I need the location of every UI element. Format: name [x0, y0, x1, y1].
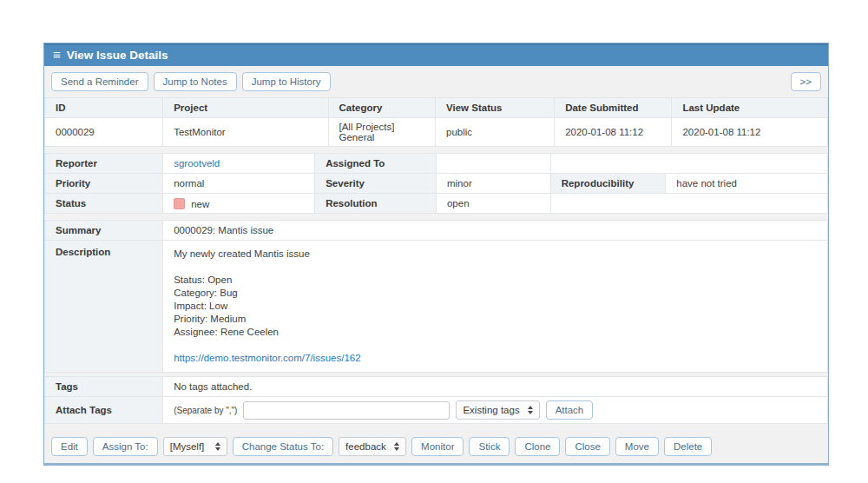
assign-to-select[interactable]: [Myself] — [163, 437, 227, 456]
existing-tags-select[interactable]: Existing tags — [456, 400, 539, 420]
stick-button[interactable]: Stick — [469, 437, 510, 456]
issue-category: [All Projects] General — [328, 118, 436, 147]
reporter-value: sgrootveld — [163, 154, 315, 174]
description-intro: My newly created Mantis issue — [174, 248, 817, 261]
send-reminder-button[interactable]: Send a Reminder — [51, 72, 148, 91]
view-issue-panel: ≡ View Issue Details Send a Reminder Jum… — [43, 43, 829, 466]
severity-value: minor — [436, 174, 550, 194]
blank-line — [174, 261, 817, 274]
issue-id: 0000029 — [45, 118, 163, 147]
change-status-select[interactable]: feedback — [339, 437, 406, 456]
col-header-id: ID — [45, 98, 163, 118]
clone-button[interactable]: Clone — [515, 437, 560, 456]
reproducibility-value: have not tried — [666, 174, 828, 194]
assigned-to-value — [436, 154, 550, 174]
priority-value: normal — [163, 174, 315, 194]
tag-input[interactable] — [243, 401, 450, 420]
resolution-value: open — [436, 194, 550, 214]
attach-button[interactable]: Attach — [546, 400, 594, 420]
severity-label: Severity — [315, 174, 437, 194]
description-line: Impact: Low — [174, 300, 817, 313]
summary-row: Summary 0000029: Mantis issue — [45, 221, 828, 241]
attach-tags-row: Attach Tags (Separate by ",") Existing t… — [45, 397, 828, 424]
description-line: Category: Bug — [174, 287, 817, 300]
tags-row: Tags No tags attached. — [45, 377, 828, 397]
status-value: new — [163, 194, 315, 214]
info-header-row: ID Project Category View Status Date Sub… — [45, 98, 828, 118]
attach-tags-label: Attach Tags — [45, 397, 163, 424]
page-title: View Issue Details — [67, 49, 168, 62]
assign-to-select-value: [Myself] — [170, 441, 205, 452]
col-header-last-update: Last Update — [672, 98, 828, 118]
status-text: new — [191, 199, 209, 209]
status-row: Status new Resolution open — [45, 194, 828, 214]
panel-titlebar: ≡ View Issue Details — [44, 43, 828, 66]
edit-button[interactable]: Edit — [51, 437, 88, 456]
description-value: My newly created Mantis issue Status: Op… — [163, 241, 828, 373]
change-status-select-value: feedback — [345, 441, 386, 452]
action-bar: Edit Assign To: [Myself] Change Status T… — [44, 430, 828, 463]
close-button[interactable]: Close — [565, 437, 609, 456]
separate-by-hint: (Separate by ",") — [174, 406, 237, 415]
summary-table: Summary 0000029: Mantis issue Descriptio… — [44, 220, 828, 373]
move-button[interactable]: Move — [615, 437, 659, 456]
status-color-badge — [174, 198, 185, 209]
jump-to-history-button[interactable]: Jump to History — [242, 72, 331, 91]
menu-icon: ≡ — [53, 48, 61, 61]
issue-project: TestMonitor — [163, 118, 328, 147]
summary-value: 0000029: Mantis issue — [163, 221, 828, 241]
section-gap — [44, 147, 828, 153]
assigned-to-label: Assigned To — [315, 154, 437, 174]
reporter-row: Reporter sgrootveld Assigned To — [45, 154, 828, 174]
issue-info-table: ID Project Category View Status Date Sub… — [44, 97, 828, 147]
col-header-project: Project — [163, 98, 328, 118]
issue-date-submitted: 2020-01-08 11:12 — [555, 118, 672, 147]
issue-url-link[interactable]: https://demo.testmonitor.com/7/issues/16… — [174, 353, 360, 363]
tags-table: Tags No tags attached. Attach Tags (Sepa… — [44, 376, 828, 424]
section-gap — [44, 424, 828, 430]
reporter-link[interactable]: sgrootveld — [174, 158, 220, 169]
toolbar: Send a Reminder Jump to Notes Jump to Hi… — [44, 66, 828, 97]
reporter-label: Reporter — [45, 154, 163, 174]
description-line: Status: Open — [174, 274, 817, 287]
next-issue-button[interactable]: >> — [791, 72, 821, 91]
description-label: Description — [45, 241, 163, 373]
col-header-view-status: View Status — [436, 98, 555, 118]
reproducibility-label: Reproducibility — [550, 174, 666, 194]
assign-to-button[interactable]: Assign To: — [93, 437, 158, 456]
resolution-label: Resolution — [315, 194, 437, 214]
monitor-button[interactable]: Monitor — [411, 437, 464, 456]
tags-label: Tags — [45, 377, 163, 397]
empty-cell — [550, 194, 827, 214]
info-value-row: 0000029 TestMonitor [All Projects] Gener… — [45, 118, 828, 147]
issue-view-status: public — [436, 118, 555, 147]
attach-tags-cell: (Separate by ",") Existing tags Attach — [163, 397, 828, 424]
issue-details-table: Reporter sgrootveld Assigned To Priority… — [44, 153, 828, 214]
empty-cell — [550, 154, 827, 174]
blank-line — [174, 339, 817, 352]
select-arrows-icon — [394, 442, 399, 451]
col-header-date-submitted: Date Submitted — [555, 98, 672, 118]
existing-tags-select-value: Existing tags — [463, 405, 519, 415]
issue-last-update: 2020-01-08 11:12 — [672, 118, 828, 147]
col-header-category: Category — [328, 98, 436, 118]
select-arrows-icon — [215, 442, 220, 451]
description-line: Priority: Medium — [174, 313, 817, 326]
status-label: Status — [45, 194, 163, 214]
priority-row: Priority normal Severity minor Reproduci… — [45, 174, 828, 194]
description-row: Description My newly created Mantis issu… — [45, 241, 828, 373]
priority-label: Priority — [45, 174, 163, 194]
change-status-button[interactable]: Change Status To: — [233, 437, 333, 456]
summary-label: Summary — [45, 221, 163, 241]
jump-to-notes-button[interactable]: Jump to Notes — [154, 72, 237, 91]
delete-button[interactable]: Delete — [664, 437, 712, 456]
tags-value: No tags attached. — [163, 377, 828, 397]
section-gap — [44, 214, 828, 220]
description-line: Assignee: Rene Ceelen — [174, 326, 817, 339]
select-arrows-icon — [528, 406, 533, 414]
